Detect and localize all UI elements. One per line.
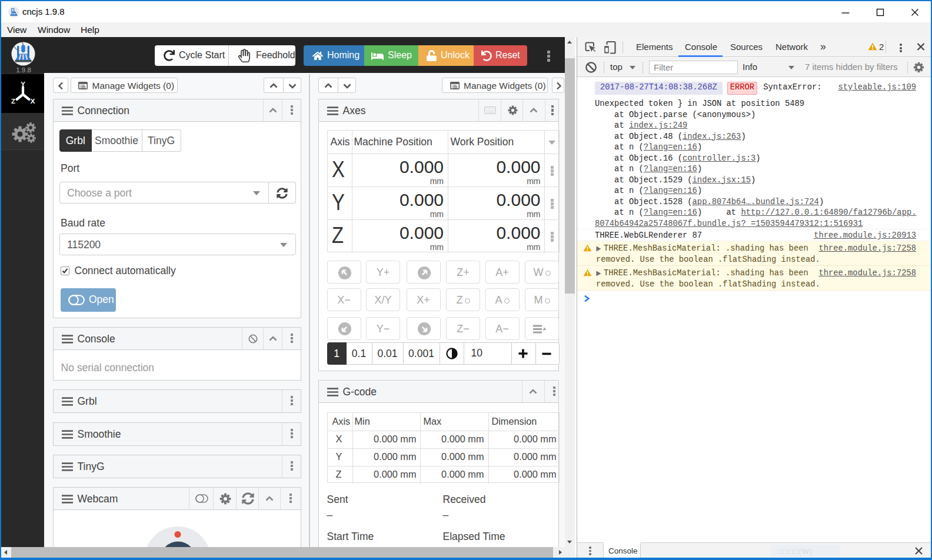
svg-text:X: X (31, 98, 35, 105)
svg-text:Y: Y (21, 81, 25, 88)
svg-text:Z: Z (11, 98, 15, 105)
